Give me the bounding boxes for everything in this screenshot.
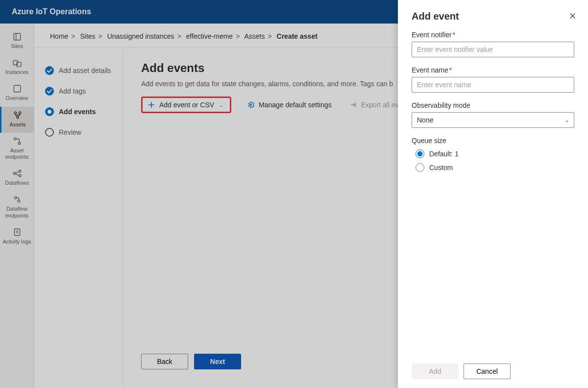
event-notifier-input[interactable] — [412, 42, 574, 57]
event-notifier-field: Event notifier* — [412, 31, 574, 57]
add-event-panel: ✕ Add event Event notifier* Event name* … — [398, 0, 588, 388]
queue-custom-radio[interactable] — [416, 163, 424, 172]
queue-custom-label: Custom — [429, 164, 453, 171]
queue-default-radio[interactable] — [416, 149, 424, 158]
event-notifier-label: Event notifier* — [412, 31, 574, 39]
queue-default-label: Default: 1 — [429, 150, 459, 158]
event-name-field: Event name* — [412, 66, 574, 93]
observability-mode-field: Observability mode ⌄ — [412, 101, 574, 128]
queue-size-label: Queue size — [412, 137, 574, 145]
observability-mode-select[interactable] — [412, 112, 574, 128]
cancel-button[interactable]: Cancel — [464, 364, 511, 379]
panel-title: Add event — [412, 11, 574, 22]
event-name-label: Event name* — [412, 66, 574, 74]
panel-footer: Add Cancel — [412, 364, 574, 379]
close-button[interactable]: ✕ — [569, 11, 576, 22]
close-icon: ✕ — [569, 11, 576, 21]
event-name-input[interactable] — [412, 77, 574, 93]
queue-size-field: Queue size Default: 1 Custom — [412, 137, 574, 172]
add-button: Add — [412, 364, 459, 379]
observability-mode-label: Observability mode — [412, 101, 574, 109]
